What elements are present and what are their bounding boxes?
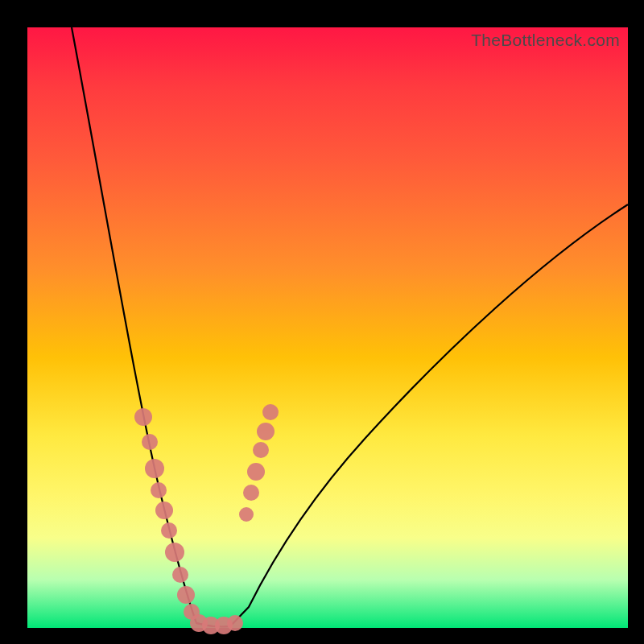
- data-dot: [142, 434, 158, 450]
- bottom-dots-group: [190, 614, 243, 634]
- data-dot: [134, 408, 152, 426]
- left-dots-group: [134, 408, 200, 620]
- right-dots-group: [239, 404, 279, 522]
- data-dot: [243, 485, 259, 501]
- data-dot: [227, 615, 243, 631]
- data-dot: [239, 507, 254, 522]
- data-dot: [161, 522, 177, 539]
- data-dot: [253, 442, 269, 458]
- right-curve: [230, 204, 628, 626]
- data-dot: [177, 586, 195, 604]
- data-dot: [145, 459, 164, 478]
- plot-area: TheBottleneck.com: [27, 27, 628, 628]
- data-dot: [155, 502, 173, 519]
- chart-frame: TheBottleneck.com: [0, 0, 644, 644]
- data-dot: [262, 404, 279, 420]
- chart-svg: [27, 27, 628, 628]
- data-dot: [165, 543, 184, 562]
- left-curve: [72, 27, 213, 626]
- data-dot: [247, 463, 265, 481]
- data-dot: [151, 482, 167, 498]
- data-dot: [257, 423, 275, 440]
- data-dot: [172, 567, 188, 583]
